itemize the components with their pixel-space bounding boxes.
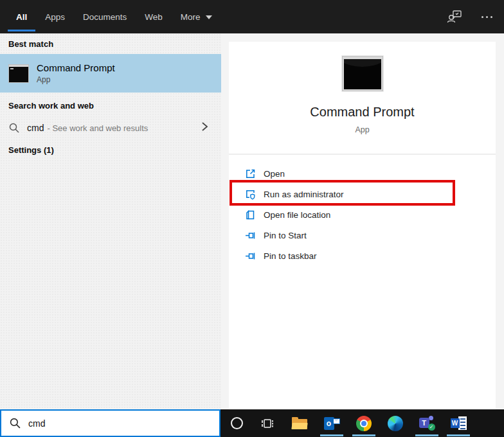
feedback-icon[interactable] — [447, 10, 462, 24]
search-input[interactable] — [28, 418, 189, 429]
taskbar: o T✓ W — [221, 409, 504, 437]
taskbar-teams-button[interactable]: T✓ — [414, 409, 440, 437]
action-pin-to-start[interactable]: Pin to Start — [229, 225, 496, 245]
taskbar-search-box[interactable] — [0, 409, 221, 437]
file-explorer-icon — [292, 417, 307, 429]
action-pin-to-taskbar[interactable]: Pin to taskbar — [229, 245, 496, 266]
taskbar-cortana-button[interactable] — [224, 409, 249, 437]
filter-tabs: All Apps Documents Web More — [0, 0, 212, 33]
result-subtitle: App — [37, 75, 115, 84]
more-options-icon[interactable] — [479, 12, 495, 22]
divider — [229, 154, 496, 155]
chevron-down-icon — [206, 15, 212, 19]
command-prompt-icon — [8, 64, 29, 83]
context-actions: Open Run as administrator Open file loca… — [229, 163, 496, 266]
taskbar-chrome-button[interactable] — [351, 409, 377, 437]
cortana-icon — [231, 417, 243, 429]
word-icon: W — [451, 416, 467, 430]
best-match-header: Best match — [8, 39, 53, 49]
action-label: Pin to Start — [264, 231, 307, 240]
command-prompt-icon — [342, 56, 383, 91]
taskbar-task-view-button[interactable] — [255, 409, 280, 437]
windows-search-flyout: All Apps Documents Web More Best match C… — [0, 0, 504, 437]
web-search-suffix: - See work and web results — [47, 123, 148, 133]
web-search-query: cmd — [27, 123, 44, 133]
tab-more[interactable]: More — [181, 0, 212, 33]
detail-title: Command Prompt — [229, 105, 496, 120]
chrome-icon — [356, 416, 372, 431]
detail-subtitle: App — [229, 125, 496, 134]
search-icon — [10, 418, 21, 429]
action-label: Open file location — [264, 210, 330, 220]
task-view-icon — [260, 416, 274, 431]
pin-icon — [245, 230, 256, 241]
action-open-file-location[interactable]: Open file location — [229, 204, 496, 225]
web-search-result[interactable]: cmd - See work and web results — [0, 118, 221, 138]
taskbar-word-button[interactable]: W — [446, 409, 471, 437]
settings-header: Settings (1) — [8, 145, 54, 155]
search-icon — [9, 123, 19, 133]
action-open[interactable]: Open — [229, 163, 496, 184]
web-search-header: Search work and web — [8, 101, 94, 111]
tab-apps[interactable]: Apps — [45, 0, 65, 33]
action-label: Pin to taskbar — [264, 251, 317, 261]
outlook-icon: o — [324, 416, 340, 431]
open-file-location-icon — [245, 210, 256, 220]
action-run-as-administrator[interactable]: Run as administrator — [229, 184, 496, 204]
teams-icon: T✓ — [419, 416, 435, 431]
tab-documents[interactable]: Documents — [83, 0, 127, 33]
tab-all[interactable]: All — [16, 0, 27, 33]
pin-icon — [245, 251, 256, 262]
detail-panel: Command Prompt App Open Run as administr… — [229, 42, 496, 409]
best-match-result-command-prompt[interactable]: Command Prompt App — [0, 54, 221, 93]
taskbar-outlook-button[interactable]: o — [319, 409, 345, 437]
action-label: Run as administrator — [264, 190, 344, 199]
open-icon — [245, 168, 256, 179]
taskbar-edge-button[interactable] — [382, 409, 408, 437]
chevron-right-icon[interactable] — [201, 120, 208, 133]
search-filter-bar: All Apps Documents Web More — [0, 0, 504, 33]
result-title: Command Prompt — [37, 62, 115, 73]
results-panel: Best match Command Prompt App Search wor… — [0, 33, 221, 409]
taskbar-file-explorer-button[interactable] — [287, 409, 312, 437]
run-as-admin-shield-icon — [245, 189, 256, 200]
tab-web[interactable]: Web — [145, 0, 163, 33]
edge-icon — [388, 416, 403, 431]
action-label: Open — [264, 169, 285, 179]
